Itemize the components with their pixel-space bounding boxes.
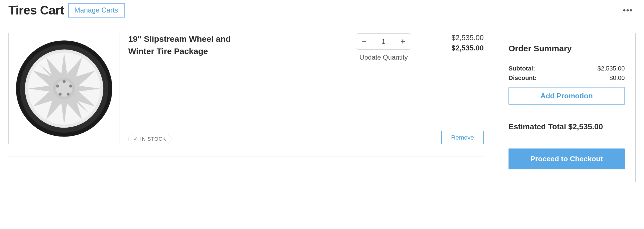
increase-quantity-button[interactable]: +: [395, 33, 411, 50]
cart-layout: 19" Slipstream Wheel and Winter Tire Pac…: [8, 33, 636, 182]
quantity-section: − 1 + Update Quantity: [356, 33, 411, 144]
page-header: Tires Cart Manage Carts •••: [8, 0, 636, 33]
svg-point-10: [56, 85, 59, 88]
quantity-stepper: − 1 +: [356, 33, 411, 50]
manage-carts-button[interactable]: Manage Carts: [68, 3, 125, 18]
svg-point-9: [59, 92, 62, 96]
estimated-total-label: Estimated Total: [509, 122, 566, 131]
more-actions-button[interactable]: •••: [620, 4, 636, 16]
product-image: [8, 33, 120, 144]
svg-point-7: [69, 85, 72, 88]
header-left: Tires Cart Manage Carts: [8, 3, 125, 18]
update-quantity-button[interactable]: Update Quantity: [359, 53, 408, 61]
unit-price: $2,535.00: [451, 33, 484, 42]
stock-status-pill: ✓ IN STOCK: [128, 134, 171, 144]
stock-status-label: IN STOCK: [140, 136, 166, 142]
subtotal-value: $2,535.00: [597, 65, 625, 72]
proceed-to-checkout-button[interactable]: Proceed to Checkout: [509, 148, 625, 169]
estimated-total-value: $2,535.00: [568, 122, 603, 131]
wheel-icon: [14, 38, 114, 139]
line-total: $2,535.00: [451, 44, 484, 52]
subtotal-row: Subtotal: $2,535.00: [509, 65, 625, 72]
subtotal-label: Subtotal:: [509, 65, 535, 72]
minus-icon: −: [362, 37, 367, 46]
cart-item: 19" Slipstream Wheel and Winter Tire Pac…: [8, 33, 484, 157]
order-summary: Order Summary Subtotal: $2,535.00 Discou…: [498, 33, 636, 182]
price-section: $2,535.00 $2,535.00 Remove: [411, 33, 484, 144]
estimated-total-row: Estimated Total $2,535.00: [509, 122, 625, 131]
add-promotion-button[interactable]: Add Promotion: [509, 87, 625, 105]
quantity-value: 1: [372, 37, 395, 46]
ellipsis-icon: •••: [623, 6, 633, 14]
item-details: 19" Slipstream Wheel and Winter Tire Pac…: [128, 33, 484, 144]
summary-divider: [509, 116, 625, 116]
cart-items-section: 19" Slipstream Wheel and Winter Tire Pac…: [8, 33, 484, 157]
discount-row: Discount: $0.00: [509, 74, 625, 82]
summary-title: Order Summary: [509, 44, 625, 53]
check-icon: ✓: [134, 136, 138, 142]
item-info: 19" Slipstream Wheel and Winter Tire Pac…: [128, 33, 356, 144]
discount-label: Discount:: [509, 74, 537, 82]
svg-point-6: [63, 80, 66, 83]
plus-icon: +: [401, 37, 405, 46]
discount-value: $0.00: [609, 74, 625, 82]
svg-point-8: [67, 92, 70, 96]
product-name: 19" Slipstream Wheel and Winter Tire Pac…: [128, 33, 245, 57]
page-title: Tires Cart: [8, 3, 64, 17]
remove-item-button[interactable]: Remove: [441, 131, 484, 144]
decrease-quantity-button[interactable]: −: [356, 33, 372, 50]
